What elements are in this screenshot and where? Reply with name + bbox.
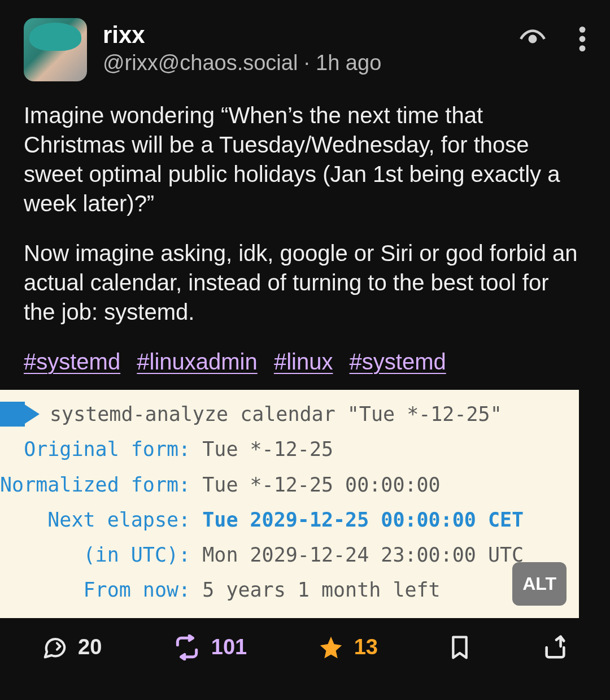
row-label: Original form: [0,438,202,460]
more-icon[interactable] [578,25,586,53]
terminal-row: Original form: Tue *-12-25 [0,432,579,467]
svg-point-2 [580,36,586,42]
row-label: From now: [0,579,202,601]
post-header: rixx @rixx@chaos.social · 1h ago [24,18,586,81]
boost-count: 101 [211,635,247,659]
terminal-row: Normalized form: Tue *-12-25 00:00:00 [0,467,579,502]
post: rixx @rixx@chaos.social · 1h ago Imag [0,0,610,618]
svg-point-0 [530,36,535,42]
prompt-arrow-icon [20,402,40,427]
command-text: systemd-analyze calendar "Tue *-12-25" [50,397,502,432]
terminal-row: From now: 5 years 1 month left [0,572,579,607]
time-ago: 1h ago [316,51,381,75]
share-icon [542,634,568,660]
share-button[interactable] [542,634,568,660]
row-value: 5 years 1 month left [202,579,440,601]
svg-point-1 [580,27,586,33]
row-label: (in UTC): [0,544,202,566]
boost-button[interactable]: 101 [173,634,247,660]
separator: · [304,51,316,75]
reply-count: 20 [78,635,102,659]
alt-badge[interactable]: ALT [512,562,567,606]
row-value: Tue 2029-12-25 00:00:00 CET [202,508,524,531]
terminal-embed[interactable]: systemd-analyze calendar "Tue *-12-25" O… [0,390,579,618]
visibility-icon[interactable] [518,25,547,53]
star-icon [318,634,344,660]
handle-line: @rixx@chaos.social · 1h ago [103,51,503,75]
terminal-row: Next elapse: Tue 2029-12-25 00:00:00 CET [0,502,579,537]
hashtag-link[interactable]: #systemd [24,349,120,374]
row-label: Normalized form: [0,473,202,496]
paragraph: Now imagine asking, idk, google or Siri … [24,238,586,327]
post-content: Imagine wondering “When’s the next time … [24,101,586,376]
hashtags: #systemd #linuxadmin #linux #systemd [24,347,586,376]
paragraph: Imagine wondering “When’s the next time … [24,101,586,218]
hashtag-link[interactable]: #linuxadmin [137,349,257,374]
handle: @rixx@chaos.social [103,51,298,75]
prompt-line: systemd-analyze calendar "Tue *-12-25" [0,397,579,432]
hashtag-link[interactable]: #systemd [350,349,446,374]
header-actions [518,18,586,53]
bookmark-icon [448,634,471,661]
row-value: Mon 2029-12-24 23:00:00 UTC [202,544,524,566]
author-block[interactable]: rixx @rixx@chaos.social · 1h ago [103,18,503,75]
svg-point-3 [580,45,586,51]
hashtag-link[interactable]: #linux [274,349,333,374]
reply-button[interactable]: 20 [42,634,102,660]
reply-icon [42,634,68,660]
row-value: Tue *-12-25 00:00:00 [202,473,440,496]
avatar[interactable] [24,18,87,81]
row-label: Next elapse: [0,508,202,531]
favorite-count: 13 [354,635,378,659]
terminal-row: (in UTC): Mon 2029-12-24 23:00:00 UTC [0,537,579,572]
action-bar: 20 101 13 [0,618,610,677]
display-name: rixx [103,21,503,49]
row-value: Tue *-12-25 [202,438,333,460]
boost-icon [173,634,201,660]
favorite-button[interactable]: 13 [318,634,378,660]
bookmark-button[interactable] [448,634,471,661]
